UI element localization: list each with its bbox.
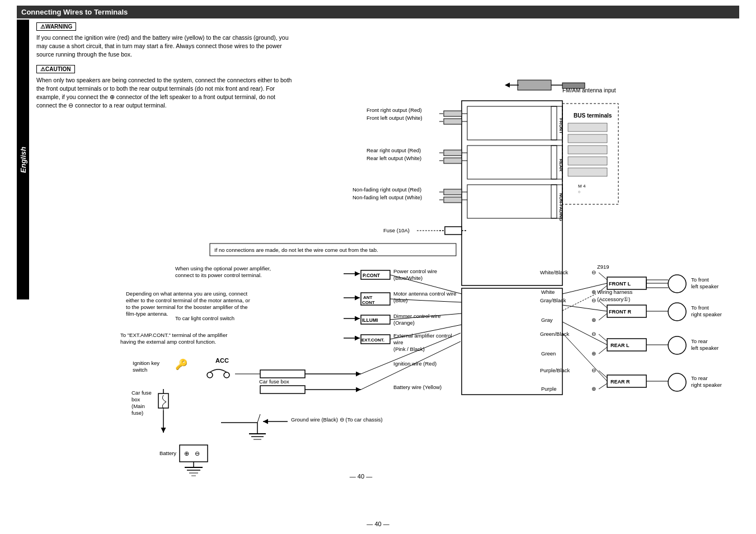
svg-rect-28 xyxy=(444,189,462,195)
svg-text:⊖: ⊖ xyxy=(591,269,596,275)
svg-text:ANT: ANT xyxy=(363,295,373,300)
svg-text:left speaker: left speaker xyxy=(691,345,719,351)
page-number: — 40 — xyxy=(367,521,389,527)
svg-rect-15 xyxy=(568,157,607,165)
svg-text:Gray/Black: Gray/Black xyxy=(540,297,566,303)
svg-text:REAR L: REAR L xyxy=(611,343,630,348)
svg-line-190 xyxy=(562,333,607,381)
svg-text:Fuse (10A): Fuse (10A) xyxy=(383,227,410,233)
svg-line-183 xyxy=(599,383,607,389)
svg-text:Rear left output (White): Rear left output (White) xyxy=(367,155,421,161)
svg-text:Motor antenna control wire: Motor antenna control wire xyxy=(393,291,456,297)
svg-text:○: ○ xyxy=(578,190,580,194)
svg-text:Gray: Gray xyxy=(541,317,553,323)
svg-text:fuse): fuse) xyxy=(132,410,143,416)
svg-text:EXT.CONT.: EXT.CONT. xyxy=(361,338,384,343)
svg-rect-109 xyxy=(260,386,305,394)
svg-text:film-type antenna.: film-type antenna. xyxy=(126,311,168,317)
svg-text:To front: To front xyxy=(691,305,709,311)
svg-text:CONT: CONT xyxy=(362,300,375,305)
language-sidebar: English xyxy=(17,20,29,299)
svg-point-101 xyxy=(207,372,213,378)
svg-text:White/Black: White/Black xyxy=(540,269,568,275)
svg-text:(Blue/White): (Blue/White) xyxy=(393,275,422,281)
svg-rect-51 xyxy=(445,227,462,235)
svg-point-102 xyxy=(224,372,229,378)
svg-point-162 xyxy=(668,303,686,321)
svg-text:Z919: Z919 xyxy=(597,264,609,270)
svg-text:Rear right output (Red): Rear right output (Red) xyxy=(367,147,421,153)
svg-text:Ground wire (Black) ⊖ (To car : Ground wire (Black) ⊖ (To car chassis) xyxy=(291,416,383,423)
svg-rect-20 xyxy=(518,80,551,90)
svg-rect-26 xyxy=(444,150,462,156)
svg-text:To car light control switch: To car light control switch xyxy=(175,315,234,321)
svg-text:(Accessory①): (Accessory①) xyxy=(597,296,630,302)
svg-text:(Blue): (Blue) xyxy=(393,297,407,303)
svg-text:To front: To front xyxy=(691,277,709,283)
svg-text:Green: Green xyxy=(541,350,556,357)
svg-text:To rear: To rear xyxy=(691,338,708,344)
svg-rect-22 xyxy=(562,83,585,88)
svg-line-145 xyxy=(599,273,607,280)
svg-text:(Orange): (Orange) xyxy=(393,320,415,326)
svg-text:right speaker: right speaker xyxy=(691,382,722,388)
svg-text:⊕: ⊕ xyxy=(184,450,189,457)
svg-text:Power control wire: Power control wire xyxy=(393,268,437,274)
svg-text:White: White xyxy=(541,289,555,295)
svg-text:To rear: To rear xyxy=(691,375,708,381)
svg-text:⊖: ⊖ xyxy=(591,331,596,337)
svg-rect-27 xyxy=(444,158,462,163)
svg-text:Car fuse: Car fuse xyxy=(132,390,152,396)
svg-text:Battery: Battery xyxy=(159,450,176,456)
svg-text:box: box xyxy=(132,396,140,402)
svg-text:REAR R: REAR R xyxy=(611,379,630,385)
svg-text:BUS terminals: BUS terminals xyxy=(574,113,612,119)
svg-rect-3 xyxy=(467,185,557,218)
svg-text:Purple: Purple xyxy=(541,386,556,392)
svg-text:ILLUMI: ILLUMI xyxy=(362,317,378,323)
svg-text:switch: switch xyxy=(133,367,147,373)
svg-text:⊖: ⊖ xyxy=(591,297,596,303)
svg-text:⊕: ⊕ xyxy=(591,317,596,323)
svg-rect-57 xyxy=(462,288,562,395)
svg-text:P.CONT: P.CONT xyxy=(363,273,381,278)
svg-text:having the external amp contro: having the external amp control function… xyxy=(120,339,216,345)
svg-text:Front left output (White): Front left output (White) xyxy=(367,115,422,121)
svg-text:M 4: M 4 xyxy=(578,184,586,189)
svg-text:REAR: REAR xyxy=(558,159,564,172)
svg-text:to the power terminal for the : to the power terminal for the booster am… xyxy=(126,304,248,310)
svg-rect-0 xyxy=(462,101,562,285)
svg-text:⊕: ⊕ xyxy=(591,386,596,392)
svg-line-172 xyxy=(599,347,607,354)
svg-text:To "EXT.AMP.CONT." terminal of: To "EXT.AMP.CONT." terminal of the ampli… xyxy=(120,332,227,338)
svg-text:⊕: ⊕ xyxy=(591,289,596,295)
svg-text:⊖: ⊖ xyxy=(195,450,200,457)
svg-rect-105 xyxy=(260,370,305,378)
svg-text:Battery wire (Yellow): Battery wire (Yellow) xyxy=(393,384,442,390)
svg-text:Ignition key: Ignition key xyxy=(133,360,159,366)
svg-line-161 xyxy=(599,313,607,320)
svg-rect-25 xyxy=(444,119,462,124)
svg-text:wire: wire xyxy=(393,339,403,345)
svg-text:When using the optional power : When using the optional power amplifier, xyxy=(175,265,271,271)
svg-text:FRONT L: FRONT L xyxy=(609,281,631,287)
svg-rect-13 xyxy=(568,134,607,143)
svg-text:Car fuse box: Car fuse box xyxy=(259,378,289,385)
wiring-diagram: FRONT REAR NON-FADING BUS terminals M 4 … xyxy=(36,20,730,490)
svg-text:either to the control terminal: either to the control terminal of the mo… xyxy=(126,297,250,303)
svg-text:🔑: 🔑 xyxy=(175,358,188,371)
header-title: Connecting Wires to Terminals xyxy=(21,8,128,16)
svg-line-171 xyxy=(599,334,607,341)
svg-rect-16 xyxy=(568,168,607,176)
svg-point-173 xyxy=(668,336,686,354)
svg-text:Dimmer control wire: Dimmer control wire xyxy=(393,313,440,319)
svg-point-184 xyxy=(668,373,686,391)
svg-text:right speaker: right speaker xyxy=(691,311,722,317)
svg-text:connect to its power control t: connect to its power control terminal. xyxy=(175,272,262,278)
svg-rect-29 xyxy=(444,197,462,203)
svg-text:FRONT: FRONT xyxy=(558,118,564,134)
svg-text:FRONT R: FRONT R xyxy=(609,309,631,315)
svg-rect-24 xyxy=(444,111,462,116)
svg-text:NON-FADING: NON-FADING xyxy=(558,193,564,221)
section-header: Connecting Wires to Terminals xyxy=(17,6,739,18)
